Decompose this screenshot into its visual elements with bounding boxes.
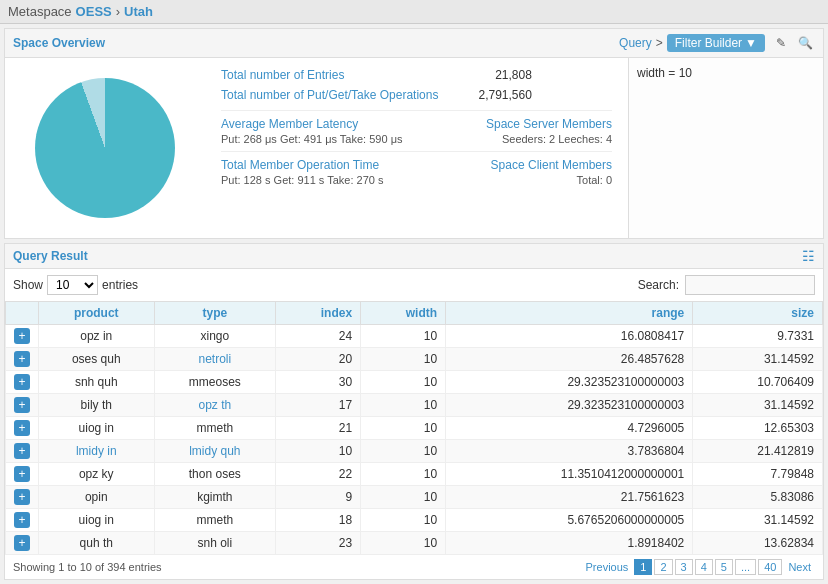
search-icon[interactable]: 🔍	[795, 33, 815, 53]
expand-btn[interactable]: +	[6, 417, 39, 440]
pagination-page-5[interactable]: 5	[715, 559, 733, 575]
query-input-field[interactable]	[637, 66, 815, 80]
stats-row-1: Total number of Entries 21,808 Total num…	[221, 68, 612, 111]
grid-icon[interactable]: ☷	[802, 248, 815, 264]
query-result-header: Query Result ☷	[5, 244, 823, 269]
breadcrumb-metaspace: Metaspace	[8, 4, 72, 19]
expand-btn[interactable]: +	[6, 509, 39, 532]
breadcrumb: Metaspace OESS › Utah	[0, 0, 828, 24]
query-result-panel: Query Result ☷ Show 10 25 50 100 entries…	[4, 243, 824, 580]
plus-icon[interactable]: +	[14, 512, 30, 528]
table-row: +snh quhmmeoses301029.32352310000000310.…	[6, 371, 823, 394]
entries-label: entries	[102, 278, 138, 292]
table-row: +opinkgimth91021.75616235.83086	[6, 486, 823, 509]
total-op-time-label[interactable]: Total Member Operation Time	[221, 158, 383, 172]
total-ops-label[interactable]: Total number of Put/Get/Take Operations	[221, 88, 438, 102]
query-link[interactable]: Query	[619, 36, 652, 50]
avg-latency-label[interactable]: Average Member Latency	[221, 117, 402, 131]
query-gt: >	[656, 36, 663, 50]
pagination-ellipsis: ...	[735, 559, 756, 575]
col-type[interactable]: type	[154, 302, 275, 325]
space-overview-header: Space Overview Query > Filter Builder ▼ …	[5, 29, 823, 58]
chart-area	[5, 58, 205, 238]
pagination-page-4[interactable]: 4	[695, 559, 713, 575]
table-row: +uiog inmmeth18105.676520600000000531.14…	[6, 509, 823, 532]
expand-btn[interactable]: +	[6, 394, 39, 417]
expand-btn[interactable]: +	[6, 486, 39, 509]
show-label: Show	[13, 278, 43, 292]
total-op-time-block: Total Member Operation Time Put: 128 s G…	[221, 158, 383, 186]
search-box: Search:	[638, 275, 815, 295]
space-server-block: Space Server Members Seeders: 2 Leeches:…	[486, 117, 612, 145]
avg-latency-value: Put: 268 μs Get: 491 μs Take: 590 μs	[221, 133, 402, 145]
col-range[interactable]: range	[446, 302, 693, 325]
table-row: +quh thsnh oli23101.891840213.62834	[6, 532, 823, 555]
breadcrumb-arrow: ›	[116, 4, 120, 19]
pagination-page-3[interactable]: 3	[675, 559, 693, 575]
plus-icon[interactable]: +	[14, 466, 30, 482]
space-server-label[interactable]: Space Server Members	[486, 117, 612, 131]
total-op-time-value: Put: 128 s Get: 911 s Take: 270 s	[221, 174, 383, 186]
col-expand	[6, 302, 39, 325]
query-input-panel	[628, 58, 823, 238]
expand-btn[interactable]: +	[6, 371, 39, 394]
data-table: product type index width range size +opz…	[5, 301, 823, 555]
stats-area: Total number of Entries 21,808 Total num…	[205, 58, 628, 238]
pagination-page-40[interactable]: 40	[758, 559, 782, 575]
expand-btn[interactable]: +	[6, 532, 39, 555]
col-index[interactable]: index	[276, 302, 361, 325]
col-size[interactable]: size	[693, 302, 823, 325]
plus-icon[interactable]: +	[14, 374, 30, 390]
col-product[interactable]: product	[39, 302, 155, 325]
expand-btn[interactable]: +	[6, 348, 39, 371]
table-footer: Showing 1 to 10 of 394 entries Previous …	[5, 555, 823, 579]
total-entries-label[interactable]: Total number of Entries	[221, 68, 344, 82]
space-client-value: Total: 0	[491, 174, 612, 186]
pagination-previous[interactable]: Previous	[582, 560, 633, 574]
table-row: +opz kython oses221011.35104120000000017…	[6, 463, 823, 486]
breadcrumb-oess[interactable]: OESS	[76, 4, 112, 19]
space-overview-panel: Space Overview Query > Filter Builder ▼ …	[4, 28, 824, 239]
expand-btn[interactable]: +	[6, 463, 39, 486]
space-overview-title: Space Overview	[13, 36, 105, 50]
plus-icon[interactable]: +	[14, 351, 30, 367]
table-row: +lmidy inlmidy quh10103.783680421.412819	[6, 440, 823, 463]
stats-row-2: Average Member Latency Put: 268 μs Get: …	[221, 117, 612, 152]
query-filter-area: Query > Filter Builder ▼	[619, 34, 765, 52]
overview-body: Total number of Entries 21,808 Total num…	[5, 58, 823, 238]
table-row: +uiog inmmeth21104.729600512.65303	[6, 417, 823, 440]
plus-icon[interactable]: +	[14, 397, 30, 413]
breadcrumb-utah[interactable]: Utah	[124, 4, 153, 19]
search-label: Search:	[638, 278, 679, 292]
plus-icon[interactable]: +	[14, 328, 30, 344]
plus-icon[interactable]: +	[14, 420, 30, 436]
space-server-value: Seeders: 2 Leeches: 4	[486, 133, 612, 145]
space-client-label[interactable]: Space Client Members	[491, 158, 612, 172]
table-row: +bily thopz th171029.32352310000000331.1…	[6, 394, 823, 417]
filter-builder-label: Filter Builder	[675, 36, 742, 50]
pagination-next[interactable]: Next	[784, 560, 815, 574]
total-ops-value: 2,791,560	[478, 88, 531, 104]
filter-builder-button[interactable]: Filter Builder ▼	[667, 34, 765, 52]
expand-btn[interactable]: +	[6, 325, 39, 348]
avg-latency-block: Average Member Latency Put: 268 μs Get: …	[221, 117, 402, 145]
total-entries-value: 21,808	[495, 68, 532, 84]
plus-icon[interactable]: +	[14, 535, 30, 551]
expand-btn[interactable]: +	[6, 440, 39, 463]
pagination-page-1[interactable]: 1	[634, 559, 652, 575]
entries-select[interactable]: 10 25 50 100	[47, 275, 98, 295]
plus-icon[interactable]: +	[14, 443, 30, 459]
pencil-icon[interactable]: ✎	[771, 33, 791, 53]
plus-icon[interactable]: +	[14, 489, 30, 505]
table-body: +opz inxingo241016.08084179.7331+oses qu…	[6, 325, 823, 555]
search-input[interactable]	[685, 275, 815, 295]
col-width[interactable]: width	[361, 302, 446, 325]
query-result-title: Query Result	[13, 249, 88, 263]
pagination-page-2[interactable]: 2	[654, 559, 672, 575]
space-client-block: Space Client Members Total: 0	[491, 158, 612, 186]
table-row: +oses quhnetroli201026.485762831.14592	[6, 348, 823, 371]
header-right: Query > Filter Builder ▼ ✎ 🔍	[619, 33, 815, 53]
total-entries-block: Total number of Entries 21,808 Total num…	[221, 68, 532, 104]
table-controls: Show 10 25 50 100 entries Search:	[5, 269, 823, 301]
header-icons: ✎ 🔍	[771, 33, 815, 53]
